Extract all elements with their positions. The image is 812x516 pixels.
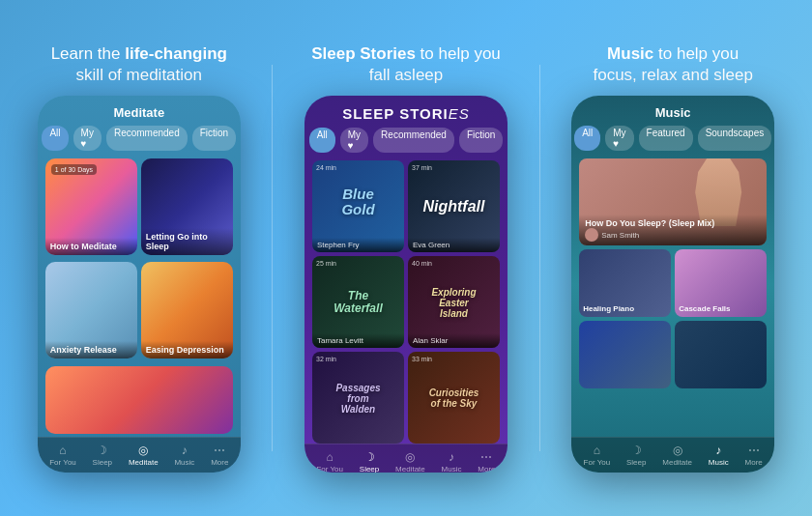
music-phone-header: Music: [571, 96, 774, 126]
filter-my[interactable]: My ♥: [73, 126, 102, 151]
filter-all[interactable]: All: [309, 128, 335, 153]
music-grid-row1: Healing Piano Cascade Falls: [579, 249, 767, 317]
music-card-healing-piano[interactable]: Healing Piano: [579, 249, 671, 317]
app-container: Learn the life-changingskill of meditati…: [0, 0, 812, 516]
story-waterfall[interactable]: 25 min TheWaterfall Tamara Levitt: [312, 256, 404, 348]
story-duration: 40 min: [412, 260, 432, 267]
nav-sleep[interactable]: ☽ Sleep: [93, 444, 112, 467]
filter-recommended[interactable]: Recommended: [373, 128, 454, 153]
story-duration: 24 min: [316, 164, 336, 171]
music-grid-row2: [579, 321, 767, 388]
nav-meditate[interactable]: ◎ Meditate: [662, 444, 692, 467]
sleep-filters: All My ♥ Recommended Fiction: [304, 128, 508, 160]
nav-label: Sleep: [93, 458, 112, 467]
nav-for-you[interactable]: ⌂ For You: [49, 444, 76, 467]
story-walden[interactable]: 32 min PassagesfromWalden: [312, 352, 404, 444]
nav-music[interactable]: ♪ Music: [709, 444, 729, 467]
card-label: How to Meditate: [45, 238, 137, 255]
card-ocean[interactable]: [45, 366, 233, 434]
more-icon: ⋯: [748, 444, 760, 457]
moon-icon: ☽: [631, 444, 642, 457]
filter-all[interactable]: All: [42, 126, 68, 151]
music-headline: Music to help youfocus, relax and sleep: [593, 43, 752, 86]
card-label: Anxiety Release: [45, 341, 137, 358]
story-author: Stephen Fry: [317, 241, 399, 249]
filter-soundscapes[interactable]: Soundscapes: [698, 126, 772, 151]
story-easter-island[interactable]: 40 min ExploringEasterIsland Alan Sklar: [408, 256, 500, 348]
meditate-phone-header: Meditate: [38, 96, 241, 126]
music-card-label: Healing Piano: [583, 304, 634, 313]
nav-meditate[interactable]: ◎ Meditate: [129, 444, 159, 467]
filter-my[interactable]: My ♥: [605, 126, 633, 151]
sleep-nav: ⌂ For You ☽ Sleep ◎ Meditate ♪ Music ⋯: [304, 444, 508, 473]
card-anxiety[interactable]: Anxiety Release: [45, 262, 137, 358]
nav-music[interactable]: ♪ Music: [174, 444, 194, 467]
filter-fiction[interactable]: Fiction: [192, 126, 236, 151]
music-featured-artist: Sam Smith: [585, 228, 761, 242]
home-icon: ⌂: [327, 450, 334, 464]
nav-more[interactable]: ⋯ More: [745, 444, 763, 467]
story-duration: 37 min: [412, 164, 432, 171]
story-bottom: Stephen Fry: [312, 238, 404, 252]
music-icon: ♪: [715, 444, 721, 457]
music-panel: Music to help youfocus, relax and sleep …: [547, 43, 798, 473]
nav-label: Meditate: [129, 458, 159, 467]
nav-label: Meditate: [662, 458, 692, 467]
filter-recommended[interactable]: Recommended: [106, 126, 188, 151]
story-duration: 25 min: [316, 260, 336, 267]
sleep-phone-header: SLEEP STORIes: [304, 96, 508, 128]
music-featured-card[interactable]: How Do You Sleep? (Sleep Mix) Sam Smith: [579, 158, 767, 245]
story-author: Eva Green: [413, 241, 495, 249]
story-title: TheWaterfall: [312, 289, 404, 314]
more-icon: ⋯: [214, 444, 225, 457]
nav-label: For You: [316, 465, 343, 473]
music-filters: All My ♥ Featured Soundscapes: [571, 126, 774, 158]
nav-meditate[interactable]: ◎ Meditate: [395, 450, 425, 473]
music-icon: ♪: [182, 444, 188, 457]
music-card-3[interactable]: [579, 321, 671, 388]
nav-music[interactable]: ♪ Music: [442, 450, 462, 473]
story-author: Tamara Levitt: [317, 336, 399, 345]
story-title: Curiositiesof the Sky: [408, 387, 500, 409]
music-featured-title: How Do You Sleep? (Sleep Mix): [585, 218, 761, 228]
sleep-headline: Sleep Stories to help youfall asleep: [311, 43, 501, 86]
days-badge: 1 of 30 Days: [51, 164, 97, 175]
card-easing[interactable]: Easing Depression: [141, 262, 233, 358]
story-curiosities[interactable]: 33 min Curiositiesof the Sky: [408, 352, 500, 444]
moon-icon: ☽: [364, 450, 375, 464]
card-label: Letting Go into Sleep: [141, 228, 233, 255]
divider-2: [539, 65, 540, 451]
story-nightfall[interactable]: 37 min Nightfall Eva Green: [408, 160, 500, 252]
nav-for-you[interactable]: ⌂ For You: [584, 444, 611, 467]
story-title: PassagesfromWalden: [312, 382, 404, 414]
nav-more[interactable]: ⋯ More: [478, 450, 495, 473]
nav-label: Music: [442, 465, 462, 473]
card-how-to-meditate[interactable]: 1 of 30 Days How to Meditate: [45, 158, 137, 255]
filter-fiction[interactable]: Fiction: [459, 128, 503, 153]
meditate-icon: ◎: [138, 444, 148, 457]
story-title: Nightfall: [408, 198, 500, 215]
story-blue-gold[interactable]: 24 min BlueGold Stephen Fry: [312, 160, 404, 252]
nav-label: More: [478, 465, 495, 473]
meditate-grid: 1 of 30 Days How to Meditate Letting Go …: [38, 158, 241, 437]
filter-my[interactable]: My ♥: [340, 128, 368, 153]
card-label: Easing Depression: [141, 341, 233, 358]
music-card-4[interactable]: [675, 321, 767, 388]
music-card-cascade-falls[interactable]: Cascade Falls: [675, 249, 767, 317]
nav-sleep[interactable]: ☽ Sleep: [360, 450, 379, 473]
story-bottom: Tamara Levitt: [312, 333, 404, 348]
nav-sleep[interactable]: ☽ Sleep: [626, 444, 646, 467]
nav-for-you[interactable]: ⌂ For You: [316, 450, 343, 473]
filter-featured[interactable]: Featured: [639, 126, 693, 151]
card-letting-go[interactable]: Letting Go into Sleep: [141, 158, 233, 255]
music-featured-info: How Do You Sleep? (Sleep Mix) Sam Smith: [579, 215, 767, 245]
nav-label: More: [211, 458, 228, 467]
nav-label: Sleep: [626, 458, 646, 467]
nav-more[interactable]: ⋯ More: [211, 444, 228, 467]
nav-label: For You: [49, 458, 76, 467]
filter-all[interactable]: All: [574, 126, 600, 151]
nav-label: Sleep: [360, 465, 379, 473]
sleep-panel: Sleep Stories to help youfall asleep SLE…: [280, 43, 532, 473]
story-bottom: Eva Green: [408, 238, 500, 252]
sleep-phone: SLEEP STORIes All My ♥ Recommended Ficti…: [304, 96, 508, 473]
